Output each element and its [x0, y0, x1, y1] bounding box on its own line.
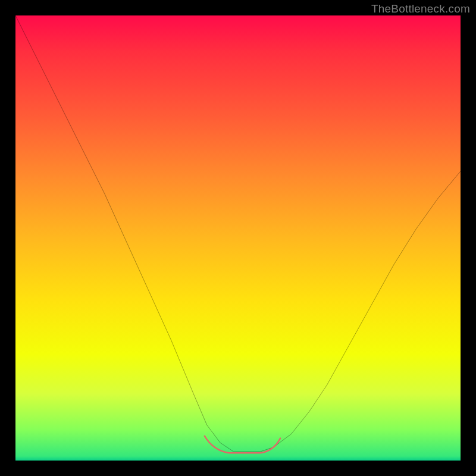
chart-svg [15, 15, 461, 461]
flat-bottom-marker [205, 436, 280, 453]
chart-frame: TheBottleneck.com [0, 0, 476, 476]
watermark-text: TheBottleneck.com [371, 2, 470, 15]
bottleneck-curve [15, 15, 461, 452]
